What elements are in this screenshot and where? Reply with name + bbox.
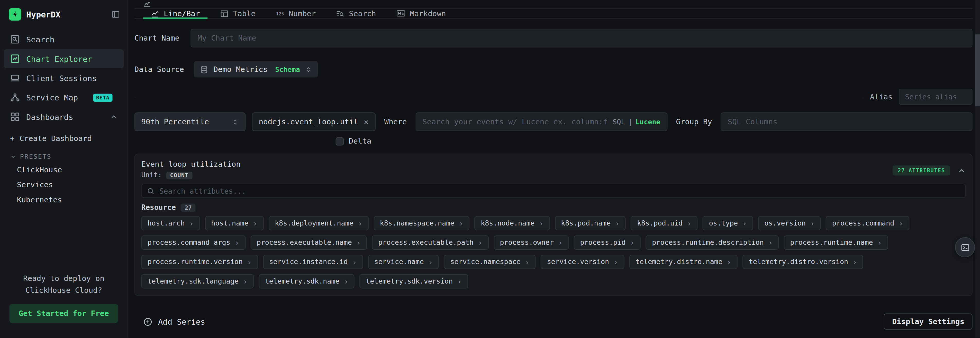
attribute-chip[interactable]: k8s.pod.name: [555, 216, 626, 230]
line-chart-icon: [151, 9, 159, 18]
tab-table[interactable]: Table: [212, 9, 263, 18]
attribute-chip-list: host.arch host.name k8s.deployment.name …: [141, 216, 966, 289]
sidebar-preset-item[interactable]: Kubernetes: [0, 192, 127, 207]
data-source-select[interactable]: Demo Metrics Schema: [194, 61, 318, 77]
hyperdx-logo-icon: [9, 8, 21, 21]
data-source-label: Data Source: [134, 65, 184, 74]
metric-chip[interactable]: nodejs.event_loop.util ×: [252, 113, 375, 131]
actions-row: Add Series Display Settings: [134, 313, 972, 330]
sql-option[interactable]: SQL: [612, 117, 625, 126]
chart-name-label: Chart Name: [134, 33, 181, 42]
attribute-chip[interactable]: k8s.node.name: [474, 216, 550, 230]
get-started-button[interactable]: Get Started for Free: [9, 305, 118, 323]
resource-count-badge: 27: [181, 203, 196, 211]
sidebar-item-chart-explorer[interactable]: Chart Explorer: [4, 49, 124, 68]
database-icon: [200, 65, 208, 73]
tab-line-bar[interactable]: Line/Bar: [143, 9, 207, 18]
attribute-group-row: Resource 27: [141, 203, 966, 212]
attribute-chip[interactable]: k8s.deployment.name: [269, 216, 369, 230]
attribute-chip[interactable]: k8s.namespace.name: [374, 216, 469, 230]
svg-text:123: 123: [276, 11, 284, 16]
attribute-search-input[interactable]: [159, 186, 960, 195]
attribute-chip[interactable]: process.executable.path: [372, 235, 489, 250]
attribute-chip[interactable]: process.runtime.name: [784, 235, 888, 250]
attribute-chip[interactable]: process.owner: [493, 235, 569, 250]
chart-name-row: Chart Name: [134, 29, 972, 48]
panel-header: Event loop utilization Unit: COUNT 27 AT…: [141, 160, 966, 179]
metric-unit-row: Unit: COUNT: [141, 171, 240, 179]
resource-group-label: Resource: [141, 203, 176, 212]
tab-search[interactable]: Search: [328, 9, 383, 18]
attribute-chip[interactable]: service.namespace: [444, 255, 536, 269]
scrollbar-thumb[interactable]: [975, 35, 980, 106]
sidebar-header: HyperDX: [0, 0, 127, 29]
create-dashboard-button[interactable]: + Create Dashboard: [0, 127, 102, 146]
attribute-chip[interactable]: process.executable.name: [250, 235, 367, 250]
attribute-chip[interactable]: os.type: [703, 216, 753, 230]
attribute-chip[interactable]: telemetry.sdk.version: [360, 274, 468, 289]
attribute-chip[interactable]: service.name: [368, 255, 439, 269]
attribute-chip[interactable]: k8s.pod.uid: [631, 216, 698, 230]
display-settings-button[interactable]: Display Settings: [884, 313, 972, 330]
add-series-button[interactable]: Add Series: [143, 317, 205, 326]
service-map-icon: [10, 92, 20, 103]
attribute-chip[interactable]: process.command_args: [141, 235, 245, 250]
delta-label: Delta: [349, 136, 371, 145]
sidebar-preset-item[interactable]: Services: [0, 177, 127, 192]
attribute-chip[interactable]: os.version: [758, 216, 821, 230]
chart-explorer-icon: [10, 54, 20, 64]
attribute-chip[interactable]: telemetry.distro.version: [743, 255, 863, 269]
group-by-input[interactable]: [728, 117, 966, 126]
attribute-chip[interactable]: process.pid: [574, 235, 641, 250]
sidebar-item-service-map[interactable]: Service Map BETA: [4, 88, 124, 107]
scrollbar[interactable]: [975, 0, 980, 338]
attribute-chip[interactable]: telemetry.sdk.language: [141, 274, 253, 289]
plus-icon: +: [10, 134, 15, 143]
query-language-toggle[interactable]: SQL | Lucene: [612, 117, 660, 126]
tab-number[interactable]: 123 Number: [268, 9, 323, 18]
presets-label: PRESETS: [20, 153, 52, 160]
aggregation-select[interactable]: 90th Percentile: [134, 113, 246, 131]
toggle-divider: |: [628, 117, 632, 126]
sidebar-item-dashboards[interactable]: Dashboards: [4, 107, 124, 126]
sidebar-footer: Ready to deploy on ClickHouse Cloud? Get…: [0, 263, 127, 338]
attribute-chip[interactable]: telemetry.distro.name: [629, 255, 738, 269]
attribute-chip[interactable]: process.command: [826, 216, 910, 230]
sql-editor-button[interactable]: [955, 237, 975, 257]
collapse-sidebar-icon[interactable]: [111, 10, 120, 19]
data-source-value: Demo Metrics: [213, 65, 267, 74]
number-icon: 123: [275, 9, 284, 18]
terminal-icon: [960, 243, 969, 252]
attribute-chip[interactable]: service.version: [541, 255, 624, 269]
attribute-chip[interactable]: process.runtime.version: [141, 255, 258, 269]
app-title: HyperDX: [26, 10, 106, 19]
sidebar-item-label: Chart Explorer: [26, 54, 92, 63]
tab-markdown[interactable]: Markdown: [388, 9, 453, 18]
lucene-option[interactable]: Lucene: [635, 117, 660, 126]
close-icon[interactable]: ×: [364, 117, 369, 126]
collapse-attributes-icon[interactable]: [958, 167, 966, 175]
sidebar-item-search[interactable]: Search: [4, 30, 124, 49]
tab-label: Markdown: [410, 9, 446, 18]
alias-input[interactable]: [899, 89, 972, 105]
attribute-chip[interactable]: process.runtime.description: [646, 235, 779, 250]
panel-header-right: 27 ATTRIBUTES: [893, 160, 966, 175]
attribute-chip[interactable]: host.arch: [141, 216, 200, 230]
attribute-chip[interactable]: telemetry.sdk.name: [259, 274, 355, 289]
attribute-chip[interactable]: host.name: [205, 216, 264, 230]
where-input[interactable]: [422, 117, 608, 126]
chevron-up-icon[interactable]: [110, 113, 118, 121]
sidebar-item-client-sessions[interactable]: Client Sessions: [4, 68, 124, 87]
attributes-count-badge: 27 ATTRIBUTES: [893, 165, 950, 175]
delta-checkbox[interactable]: [336, 137, 344, 145]
sidebar-item-label: Client Sessions: [26, 73, 97, 83]
metric-description: Event loop utilization: [141, 160, 240, 168]
sidebar-preset-item[interactable]: ClickHouse: [0, 162, 127, 177]
tab-label: Search: [349, 9, 376, 18]
sidebar-item-label: Service Map: [26, 93, 78, 102]
main-content: Line/Bar Table 123 Number Search: [128, 0, 980, 338]
attribute-chip[interactable]: service.instance.id: [263, 255, 363, 269]
chevrons-updown-icon: [305, 66, 312, 73]
presets-toggle[interactable]: PRESETS: [0, 145, 127, 162]
chart-name-input[interactable]: [191, 29, 972, 48]
